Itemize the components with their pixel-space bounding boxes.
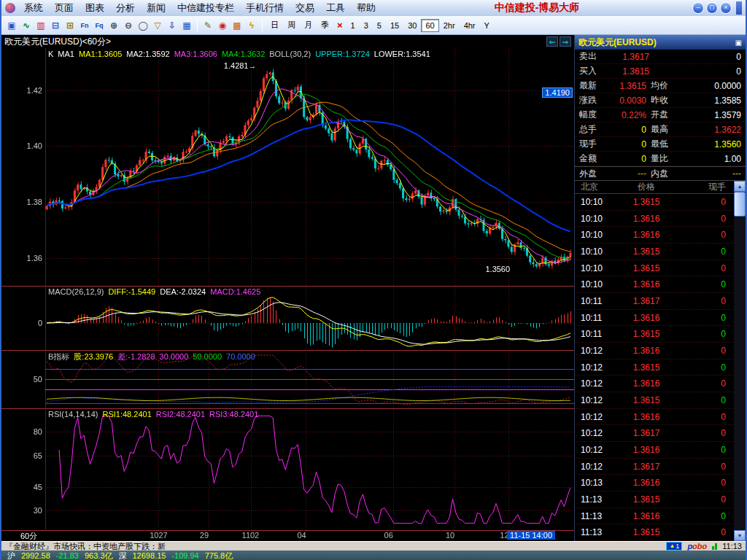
tick-time: 11:13 — [575, 511, 614, 521]
interval-button[interactable]: 3 — [360, 19, 373, 32]
tick-price: 1.3617 — [614, 296, 678, 306]
quote-label: 卖出 — [575, 50, 607, 63]
menu-item[interactable]: 系统 — [18, 0, 49, 16]
next-page-button[interactable]: ⇒ — [560, 36, 571, 47]
news-ticker[interactable]: 『金融财经』市场快讯：中资地产股下跌：新 — [5, 542, 661, 551]
chart-canvas[interactable] — [1, 48, 574, 531]
restore-button[interactable]: □ — [706, 2, 718, 14]
menu-item[interactable]: 中信建投专栏 — [171, 0, 240, 16]
minimize-button[interactable]: – — [692, 2, 704, 14]
quote-page-icon[interactable]: Fq — [92, 18, 107, 33]
lightning-icon[interactable]: ϟ — [244, 18, 259, 33]
menu-item[interactable]: 工具 — [320, 0, 351, 16]
app-icon[interactable] — [5, 3, 15, 13]
lot-value: --- — [604, 168, 646, 179]
interval-button[interactable]: 1 — [347, 19, 360, 32]
index-change: -21.83 — [56, 551, 79, 560]
interval-button[interactable]: 4hr — [460, 19, 480, 32]
tick-time: 10:10 — [575, 263, 614, 273]
tick-price: 1.3615 — [614, 362, 678, 373]
zoom-out-icon[interactable]: ⊖ — [121, 18, 136, 33]
menu-bar: 系统页面图表分析新闻中信建投专栏手机行情交易工具帮助 — [18, 0, 382, 16]
window-icon[interactable]: ▣ — [4, 18, 19, 33]
quote-label: 最低 — [646, 138, 680, 150]
interval-button[interactable]: Y — [480, 19, 494, 32]
tick-time: 10:12 — [575, 462, 614, 472]
formula-icon[interactable]: Fn — [77, 18, 92, 33]
period-button[interactable]: 月 — [300, 19, 317, 32]
table-icon[interactable]: ▦ — [179, 18, 194, 33]
draw-icon[interactable]: ✎ — [201, 18, 215, 33]
x-axis-label: 06 — [384, 531, 393, 540]
menu-item[interactable]: 交易 — [290, 0, 320, 16]
alarm-icon[interactable]: ◉ — [215, 18, 230, 33]
scroll-up-button[interactable]: ▲ — [734, 181, 746, 192]
tick-time: 10:11 — [575, 329, 614, 339]
close-button[interactable]: × — [720, 2, 732, 14]
quote-value: 1.3560 — [680, 139, 746, 149]
zoom-in-icon[interactable]: ⊕ — [107, 18, 121, 33]
tick-row: 10:101.36160 — [575, 227, 735, 244]
panel-settings-icon[interactable]: ▣ — [735, 39, 742, 47]
interval-button[interactable]: 5 — [373, 19, 386, 32]
chart-region: 欧元美元(EURUSD)<60分> ⇐ ⇒ KMA1MA1:1.3605MA2:… — [1, 35, 574, 541]
scroll-thumb[interactable] — [734, 192, 746, 217]
magnifier-icon[interactable]: ◯ — [136, 18, 150, 33]
status-bar: 『金融财经』市场快讯：中资地产股下跌：新 ▲1 pobo 11:13 — [1, 541, 746, 551]
quote-label: 开盘 — [646, 109, 680, 121]
lot-label: 内盘 — [646, 168, 680, 180]
tick-row: 10:121.36160 — [575, 442, 735, 459]
quote-label: 现手 — [575, 138, 604, 150]
period-button[interactable]: 日 — [266, 19, 283, 32]
tick-time: 10:12 — [575, 428, 614, 438]
tile-icon[interactable]: ⊞ — [63, 18, 77, 33]
export-icon[interactable]: ⇩ — [165, 18, 179, 33]
prev-page-button[interactable]: ⇐ — [546, 36, 558, 47]
tick-qty: 0 — [678, 478, 735, 488]
scroll-down-button[interactable]: ▼ — [734, 530, 746, 541]
compress-icon[interactable]: ⊟ — [48, 18, 63, 33]
menu-item[interactable]: 分析 — [110, 0, 141, 16]
interval-button[interactable]: 15 — [386, 19, 403, 32]
index-value: 12698.15 — [133, 551, 166, 560]
quote-label: 最高 — [646, 123, 680, 136]
menu-item[interactable]: 页面 — [49, 0, 80, 16]
line-chart-icon[interactable]: ∿ — [19, 18, 34, 33]
menu-item[interactable]: 新闻 — [141, 0, 171, 16]
bid-ask-row: 买入1.36150 — [575, 64, 746, 79]
stat-row: 金额0量比1.00 — [575, 152, 746, 166]
toolbar-separator — [262, 19, 263, 32]
toolbar: ▣∿▥⊟⊞FnFq⊕⊖◯▽⇩▦✎◉▩ϟ 日周月季×1351530602hr4hr… — [1, 16, 746, 35]
quote-value: 0 — [604, 154, 646, 164]
tick-price: 1.3615 — [614, 527, 678, 537]
tick-col-time: 北京 — [575, 181, 614, 193]
candle-chart-icon[interactable]: ▥ — [34, 18, 48, 33]
tick-price: 1.3616 — [614, 445, 678, 455]
tick-row: 10:121.36150 — [575, 392, 735, 409]
quote-value: 1.3622 — [680, 125, 746, 135]
index-label: 深 — [119, 551, 127, 560]
tick-price: 1.3616 — [614, 412, 678, 422]
interval-button[interactable]: 30 — [403, 19, 421, 32]
alert-badge[interactable]: ▲1 — [666, 542, 682, 551]
chart-title: 欧元美元(EURUSD)<60分> — [4, 36, 111, 48]
tick-price: 1.3616 — [614, 214, 678, 224]
period-button[interactable]: 周 — [283, 19, 300, 32]
filter-icon[interactable]: ▽ — [150, 18, 165, 33]
palette-icon[interactable]: ▩ — [230, 18, 244, 33]
menu-item[interactable]: 手机行情 — [240, 0, 290, 16]
interval-button[interactable]: 2hr — [439, 19, 460, 32]
menu-item[interactable]: 帮助 — [351, 0, 382, 16]
quote-value: 0 — [604, 125, 646, 135]
stat-rows: 最新1.3615均价0.0000涨跌0.0030昨收1.3585幅度0.22%开… — [575, 79, 746, 166]
tick-row: 10:121.36160 — [575, 343, 735, 359]
interval-button[interactable]: 60 — [421, 19, 438, 32]
tick-price: 1.3616 — [614, 230, 678, 240]
menu-item[interactable]: 图表 — [80, 0, 110, 16]
chart-area[interactable]: KMA1MA1:1.3605MA2:1.3592MA3:1.3606MA4:1.… — [1, 48, 574, 531]
scroll-track[interactable] — [734, 217, 746, 530]
window-controls: – □ × — [692, 1, 742, 15]
period-button[interactable]: 季 — [317, 19, 333, 32]
close-chart-button[interactable]: × — [333, 20, 347, 31]
tick-qty: 0 — [678, 279, 735, 289]
